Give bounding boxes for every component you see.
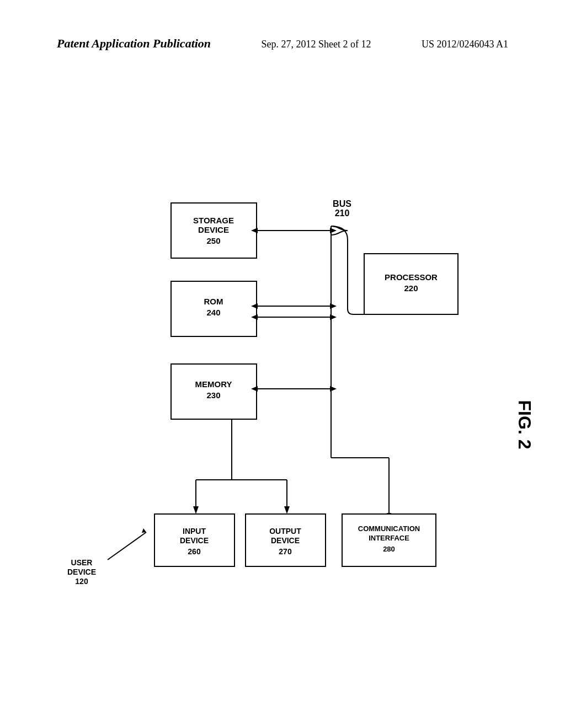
- rom-number: 240: [206, 308, 220, 317]
- storage-number: 250: [206, 236, 220, 245]
- processor-label: PROCESSOR: [385, 272, 438, 282]
- input-device-label-2: DEVICE: [180, 536, 209, 545]
- fig-label: FIG. 2: [515, 400, 535, 449]
- input-device-label-1: INPUT: [183, 527, 206, 536]
- rom-label: ROM: [204, 297, 223, 306]
- user-device-number: 120: [75, 577, 88, 586]
- memory-label: MEMORY: [195, 379, 232, 389]
- svg-line-13: [108, 532, 146, 560]
- user-device-label-1: USER: [71, 558, 93, 567]
- patent-number-label: US 2012/0246043 A1: [422, 39, 508, 50]
- output-device-number: 270: [279, 547, 292, 556]
- arrow-bus-to-storage: [330, 228, 337, 233]
- bus-label: BUS: [333, 199, 351, 208]
- page-header: Patent Application Publication Sep. 27, …: [0, 36, 565, 51]
- processor-number: 220: [404, 283, 418, 293]
- input-device-number: 260: [188, 547, 201, 556]
- arrow-bus-to-rom-2: [330, 314, 337, 320]
- storage-label-1: STORAGE: [193, 216, 234, 225]
- date-sheet-label: Sep. 27, 2012 Sheet 2 of 12: [262, 39, 371, 50]
- comm-interface-label-2: INTERFACE: [369, 534, 409, 542]
- memory-number: 230: [206, 390, 220, 400]
- comm-interface-number: 280: [383, 545, 395, 553]
- bus-number: 210: [335, 208, 350, 218]
- storage-label-2: DEVICE: [198, 225, 229, 234]
- arrow-to-input: [193, 506, 199, 514]
- arrow-to-output: [284, 506, 290, 514]
- output-device-label-2: DEVICE: [271, 536, 300, 545]
- comm-interface-label-1: COMMUNICATION: [358, 524, 420, 533]
- output-device-label-1: OUTPUT: [269, 527, 301, 536]
- arrow-bus-to-memory: [330, 386, 337, 392]
- diagram-area: BUS 210 PROCESSOR 220 STORAGE DEVICE 250…: [0, 94, 565, 728]
- user-device-label-2: DEVICE: [67, 568, 96, 576]
- arrow-bus-to-rom: [330, 303, 337, 309]
- user-device-arrow: [142, 528, 146, 533]
- publication-label: Patent Application Publication: [57, 36, 211, 51]
